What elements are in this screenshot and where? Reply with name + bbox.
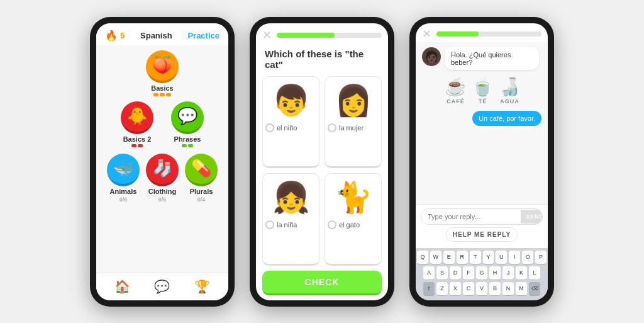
phone-1-header: 🔥 5 Spanish Practice — [96, 23, 228, 45]
chat-header: ✕ — [416, 23, 548, 42]
skill-animals[interactable]: 🐳 Animals 0/6 — [107, 154, 140, 203]
animals-progress: 0/6 — [119, 196, 128, 203]
skill-clothing[interactable]: 🧦 Clothing 0/6 — [146, 154, 179, 203]
nina-radio[interactable]: la niña — [265, 220, 316, 229]
key-f[interactable]: F — [463, 266, 474, 280]
key-p[interactable]: P — [535, 251, 547, 264]
keyboard-row-1: Q W E R T Y U I O P — [417, 251, 547, 264]
key-e[interactable]: E — [443, 251, 455, 264]
nino-avatar: 👦 — [272, 82, 310, 120]
practice-button[interactable]: Practice — [187, 31, 219, 40]
check-button[interactable]: CHECK — [262, 271, 382, 295]
key-i[interactable]: I — [509, 251, 520, 264]
key-m[interactable]: M — [516, 282, 527, 296]
key-b[interactable]: B — [489, 282, 501, 296]
cafe-label: CAFÉ — [447, 98, 465, 105]
option-mujer[interactable]: 👩 la mujer — [325, 76, 382, 169]
drink-cafe[interactable]: ☕ CAFÉ — [445, 76, 467, 105]
key-shift[interactable]: ⇧ — [423, 282, 435, 296]
nino-radio-circle — [265, 123, 274, 132]
close-button[interactable]: ✕ — [262, 30, 272, 41]
nina-avatar: 👧 — [272, 179, 310, 217]
agua-emoji: 🍶 — [499, 76, 521, 97]
key-q[interactable]: Q — [417, 251, 428, 264]
phone-2: ✕ Which of these is "the cat" 👦 el niño … — [250, 17, 394, 307]
bot-bubble: Hola. ¿Qué quieres beber? — [445, 47, 539, 70]
skill-phrases[interactable]: 💬 Phrases — [171, 101, 204, 147]
drink-agua[interactable]: 🍶 AGUA — [499, 76, 521, 105]
key-h[interactable]: H — [489, 266, 501, 280]
key-u[interactable]: U — [496, 251, 507, 264]
plurals-label: Plurals — [190, 188, 213, 195]
animals-circle: 🐳 — [107, 154, 140, 186]
phrases-circle: 💬 — [171, 101, 204, 134]
animals-label: Animals — [110, 188, 137, 195]
key-r[interactable]: R — [457, 251, 468, 264]
nino-radio[interactable]: el niño — [265, 123, 316, 132]
key-d[interactable]: D — [450, 266, 461, 280]
phrases-label: Phrases — [174, 135, 201, 143]
mujer-avatar: 👩 — [335, 82, 372, 120]
key-n[interactable]: N — [502, 282, 514, 296]
bot-avatar: 🧑🏿 — [422, 47, 441, 66]
quiz-progress-fill — [277, 33, 335, 38]
plurals-progress: 0/4 — [197, 196, 206, 203]
key-a[interactable]: A — [423, 266, 435, 280]
key-j[interactable]: J — [502, 266, 514, 280]
cafe-emoji: ☕ — [445, 76, 467, 97]
skill-basics[interactable]: 🍑 Basics — [146, 50, 179, 96]
reply-input[interactable] — [421, 209, 521, 224]
phone-1-screen: 🔥 5 Spanish Practice 🍑 Basics — [96, 23, 228, 300]
phone-1: 🔥 5 Spanish Practice 🍑 Basics — [90, 17, 235, 307]
gato-radio-circle — [328, 220, 336, 229]
phone-3-screen: ✕ 🧑🏿 Hola. ¿Qué quieres beber? ☕ CAFÉ 🍵 … — [416, 23, 548, 300]
key-v[interactable]: V — [476, 282, 487, 296]
user-reply-bubble: Un café, por favor. — [472, 111, 541, 126]
skill-plurals[interactable]: 💊 Plurals 0/4 — [185, 154, 218, 203]
keyboard: Q W E R T Y U I O P A S D F G H J K L — [416, 248, 548, 300]
mujer-radio-circle — [328, 123, 336, 132]
gato-label: el gato — [339, 221, 360, 229]
drink-options: ☕ CAFÉ 🍵 TÉ 🍶 AGUA — [445, 76, 541, 105]
keyboard-row-2: A S D F G H J K L — [417, 266, 547, 280]
basics-circle: 🍑 — [146, 50, 179, 83]
key-o[interactable]: O — [522, 251, 533, 264]
chat-icon[interactable]: 💬 — [154, 279, 170, 294]
home-icon[interactable]: 🏠 — [114, 279, 130, 294]
basics-progress — [153, 93, 171, 96]
drink-te[interactable]: 🍵 TÉ — [472, 76, 494, 105]
mujer-radio[interactable]: la mujer — [328, 123, 379, 132]
help-reply-button[interactable]: HELP ME REPLY — [446, 227, 518, 242]
gato-radio[interactable]: el gato — [328, 220, 379, 229]
key-l[interactable]: L — [529, 266, 540, 280]
key-k[interactable]: K — [516, 266, 527, 280]
key-t[interactable]: T — [470, 251, 481, 264]
chat-progress-bar — [436, 31, 541, 37]
close-chat-button[interactable]: ✕ — [422, 28, 431, 40]
chat-progress-fill — [436, 31, 479, 37]
skill-basics2[interactable]: 🐥 Basics 2 — [121, 101, 153, 147]
key-g[interactable]: G — [476, 266, 487, 280]
option-nino[interactable]: 👦 el niño — [262, 76, 319, 169]
chat-area: 🧑🏿 Hola. ¿Qué quieres beber? ☕ CAFÉ 🍵 TÉ… — [416, 42, 548, 204]
trophy-icon[interactable]: 🏆 — [194, 279, 210, 294]
key-y[interactable]: Y — [483, 251, 494, 264]
option-gato[interactable]: 🐈 el gato — [325, 173, 382, 266]
key-c[interactable]: C — [463, 282, 474, 296]
quiz-header: ✕ — [256, 23, 388, 43]
quiz-options: 👦 el niño 👩 la mujer 👧 la niña — [256, 76, 388, 266]
basics2-progress — [131, 144, 143, 147]
key-delete[interactable]: ⌫ — [529, 282, 540, 296]
mujer-label: la mujer — [339, 124, 364, 132]
key-w[interactable]: W — [430, 251, 441, 264]
key-z[interactable]: Z — [436, 282, 448, 296]
nino-label: el niño — [277, 124, 297, 132]
reply-area: SEND HELP ME REPLY — [416, 204, 548, 248]
key-x[interactable]: X — [450, 282, 461, 296]
key-s[interactable]: S — [436, 266, 448, 280]
send-button[interactable]: SEND — [521, 210, 543, 224]
language-selector[interactable]: Spanish — [140, 31, 172, 40]
clothing-label: Clothing — [148, 188, 177, 195]
option-nina[interactable]: 👧 la niña — [262, 173, 319, 266]
keyboard-row-3: ⇧ Z X C V B N M ⌫ — [417, 282, 547, 296]
